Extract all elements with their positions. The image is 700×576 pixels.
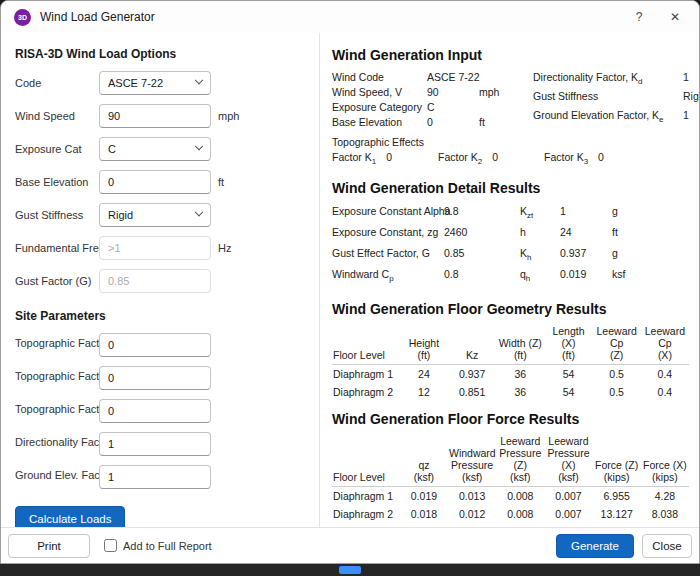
chevron-down-icon [195, 208, 203, 216]
generate-button[interactable]: Generate [556, 534, 634, 558]
detail-unit: ft [612, 224, 648, 245]
column-header: Leeward Pressure (X) (ksf) [544, 434, 592, 487]
ground-elev-ke-row: Ground Elev. Factor, Ke [15, 465, 305, 489]
detail-unit: ksf [612, 266, 648, 287]
detail-row: Gust Effect Factor, G 0.85 Kh 0.937 g [332, 245, 689, 266]
options-section-title: RISA-3D Wind Load Options [15, 47, 305, 61]
wind-speed-label: Wind Speed [15, 110, 99, 122]
field-label: Ground Elevation Factor, Ke [533, 108, 683, 127]
geometry-table: Floor Level Height (ft) Kz Width (Z) (ft… [332, 324, 689, 401]
base-elevation-label: Base Elevation [15, 176, 99, 188]
detail-label2: Kzt [520, 203, 560, 224]
add-to-full-report-checkbox[interactable] [104, 539, 117, 552]
field-label: Directionality Factor, Kd [533, 70, 683, 89]
app-3d-icon: 3D [14, 9, 31, 26]
window-title: Wind Load Generator [40, 10, 621, 24]
field-label: Wind Code [332, 70, 427, 85]
code-select[interactable]: ASCE 7-22 [99, 71, 211, 95]
topo-k3-label: Topographic Factor, K3 [15, 403, 99, 418]
report-field: Ground Elevation Factor, Ke 1 [533, 108, 699, 127]
add-to-full-report-label: Add to Full Report [123, 540, 212, 552]
topo-k2-input[interactable] [99, 366, 211, 390]
detail-label: Gust Effect Factor, G [332, 245, 444, 266]
help-button[interactable]: ? [621, 4, 657, 30]
column-header: Height (ft) [400, 324, 448, 365]
close-window-button[interactable]: ✕ [657, 4, 693, 30]
options-panel: RISA-3D Wind Load Options Code ASCE 7-22… [1, 33, 319, 527]
directionality-kd-input[interactable] [99, 432, 211, 456]
detail-row: Windward Cp 0.8 qh 0.019 ksf [332, 266, 689, 287]
ground-elev-ke-input[interactable] [99, 465, 211, 489]
table-cell: 8.038 [641, 505, 689, 523]
table-cell: 12 [400, 383, 448, 401]
column-header: Width (Z) (ft) [496, 324, 544, 365]
field-value: 0 [427, 115, 479, 130]
wind-load-generator-dialog: 3D Wind Load Generator ? ✕ RISA-3D Wind … [0, 0, 700, 564]
calculate-loads-button[interactable]: Calculate Loads [15, 506, 125, 527]
input-col2: Directionality Factor, Kd 1 Gust Stiffne… [533, 70, 699, 130]
directionality-kd-row: Directionality Factor, Kd [15, 432, 305, 456]
print-button[interactable]: Print [8, 534, 90, 558]
table-cell: Diaphragm 2 [332, 505, 400, 523]
detail-row: Exposure Constant, zg 2460 h 24 ft [332, 224, 689, 245]
detail-value2: 0.937 [560, 245, 612, 266]
dialog-footer: Print Add to Full Report Generate Close [1, 527, 699, 563]
code-select-value: ASCE 7-22 [108, 77, 163, 89]
field-label: Base Elevation [332, 115, 427, 130]
table-cell: 36 [496, 383, 544, 401]
report-input-title: Wind Generation Input [332, 47, 689, 63]
table-cell: 0.007 [544, 505, 592, 523]
topo-k1-input[interactable] [99, 333, 211, 357]
detail-label: Exposure Constant, zg [332, 224, 444, 245]
column-header: Leeward Pressure (Z) (ksf) [496, 434, 544, 487]
field-value: 90 [427, 85, 479, 100]
topo-k2-label: Topographic Factor, K2 [15, 370, 99, 385]
gust-stiffness-select-value: Rigid [108, 209, 133, 221]
table-cell: 24 [400, 365, 448, 384]
column-header: Floor Level [332, 324, 400, 365]
column-header: Kz [448, 324, 496, 365]
column-header: Floor Level [332, 434, 400, 487]
wind-speed-unit: mph [218, 110, 239, 122]
field-value: C [427, 100, 479, 115]
wind-speed-row: Wind Speed mph [15, 104, 305, 128]
table-row: Diaphragm 2 12 0.851 36 54 0.5 0.4 [332, 383, 689, 401]
fundamental-freq-row: Fundamental Freq. Hz [15, 236, 305, 260]
field-value: 1 [683, 108, 699, 127]
table-cell: 0.012 [448, 505, 496, 523]
detail-label: Windward Cp [332, 266, 444, 287]
field-unit [479, 100, 507, 115]
close-button[interactable]: Close [642, 534, 692, 558]
detail-value2: 0.019 [560, 266, 612, 287]
exposure-select[interactable]: C [99, 137, 211, 161]
column-header: Leeward Cp (X) [641, 324, 689, 365]
gust-stiffness-select[interactable]: Rigid [99, 203, 211, 227]
factor-k1: Factor K10 [332, 151, 392, 166]
column-header: Force (Z) (kips) [593, 434, 641, 487]
detail-value: 0.85 [444, 245, 520, 266]
detail-label2: Kh [520, 245, 560, 266]
topo-k3-input[interactable] [99, 399, 211, 423]
directionality-kd-label: Directionality Factor, Kd [15, 436, 99, 451]
table-cell: 6.955 [593, 487, 641, 506]
topographic-factors-row: Factor K10 Factor K20 Factor K30 [332, 151, 689, 166]
detail-value: 0.8 [444, 266, 520, 287]
gust-factor-label: Gust Factor (G) [15, 275, 99, 287]
column-header: Force (X) (kips) [641, 434, 689, 487]
force-table: Floor Level qz (ksf) Windward Pressure (… [332, 434, 689, 523]
chevron-down-icon [195, 142, 203, 150]
topo-k1-row: Topographic Factor, K1 [15, 333, 305, 357]
base-elevation-input[interactable] [99, 170, 211, 194]
taskbar-app-icon[interactable] [339, 566, 361, 574]
table-cell: 0.851 [448, 383, 496, 401]
table-cell: 0.937 [448, 365, 496, 384]
field-label: Wind Speed, V [332, 85, 427, 100]
input-col1: Wind Code ASCE 7-22 Wind Speed, V 90 mph… [332, 70, 507, 130]
table-cell: Diaphragm 1 [332, 365, 400, 384]
topo-k2-row: Topographic Factor, K2 [15, 366, 305, 390]
wind-speed-input[interactable] [99, 104, 211, 128]
site-section-title: Site Parameters [15, 309, 305, 323]
report-geometry-title: Wind Generation Floor Geometry Results [332, 301, 689, 317]
table-cell: 4.28 [641, 487, 689, 506]
table-row: Diaphragm 1 24 0.937 36 54 0.5 0.4 [332, 365, 689, 384]
